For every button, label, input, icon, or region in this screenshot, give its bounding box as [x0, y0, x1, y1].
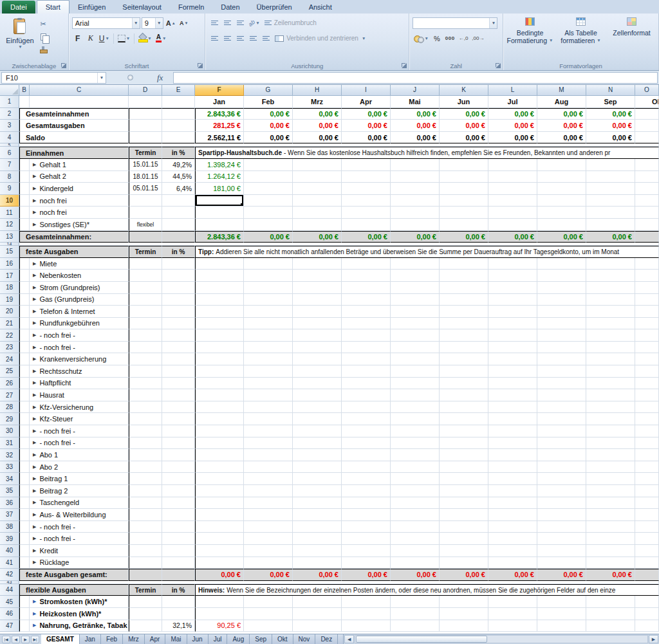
- cell[interactable]: [635, 282, 659, 294]
- cell[interactable]: [635, 108, 659, 120]
- align-center-button[interactable]: [221, 33, 233, 44]
- row-header-10[interactable]: 10: [0, 195, 19, 207]
- column-header-B[interactable]: B: [19, 85, 30, 96]
- cell[interactable]: [586, 353, 635, 365]
- cell[interactable]: [440, 318, 488, 330]
- cell[interactable]: [244, 219, 293, 231]
- cell[interactable]: [537, 545, 586, 557]
- align-middle-button[interactable]: [221, 17, 233, 29]
- cell[interactable]: [195, 342, 244, 354]
- cell[interactable]: [440, 509, 488, 521]
- cell[interactable]: [586, 401, 635, 414]
- cell[interactable]: [635, 353, 659, 365]
- cell[interactable]: [342, 425, 391, 437]
- cell[interactable]: ▶Nebenkosten: [30, 270, 129, 282]
- cell[interactable]: [488, 413, 537, 425]
- cell[interactable]: [244, 171, 293, 183]
- orientation-button[interactable]: ab▼: [247, 17, 261, 29]
- cell[interactable]: [537, 596, 586, 608]
- cell[interactable]: [635, 270, 659, 282]
- cell[interactable]: [129, 509, 162, 521]
- cell[interactable]: [19, 473, 30, 485]
- cell[interactable]: Feb: [244, 96, 293, 108]
- merge-center-button[interactable]: Verbinden und zentrieren ▼: [273, 35, 367, 42]
- cell[interactable]: [162, 401, 195, 414]
- cell[interactable]: [342, 183, 391, 195]
- cell[interactable]: [19, 365, 30, 378]
- cell[interactable]: [391, 461, 440, 474]
- decrease-indent-button[interactable]: [247, 33, 259, 44]
- cell[interactable]: [195, 258, 244, 270]
- cell[interactable]: [488, 318, 537, 330]
- cell[interactable]: [586, 378, 635, 390]
- cell[interactable]: [586, 545, 635, 557]
- cell[interactable]: ▶Beitrag 2: [30, 485, 129, 497]
- cell[interactable]: [293, 509, 342, 521]
- row-header-4[interactable]: 4: [0, 132, 19, 144]
- cell[interactable]: [586, 485, 635, 497]
- cell[interactable]: [635, 461, 659, 474]
- cell[interactable]: [342, 282, 391, 294]
- cell[interactable]: 49,2%: [162, 159, 195, 171]
- cell[interactable]: [162, 608, 195, 620]
- cell[interactable]: 1.264,12 €: [195, 171, 244, 183]
- cell[interactable]: [440, 159, 488, 171]
- cell[interactable]: [635, 545, 659, 557]
- cell[interactable]: 0,00 €: [391, 231, 440, 243]
- cell[interactable]: [129, 449, 162, 461]
- cell[interactable]: [440, 437, 488, 450]
- cell[interactable]: [586, 282, 635, 294]
- cell[interactable]: [586, 329, 635, 342]
- row-header-2[interactable]: 2: [0, 108, 19, 120]
- cell[interactable]: [635, 596, 659, 608]
- column-header-K[interactable]: K: [440, 85, 488, 96]
- cell[interactable]: [129, 389, 162, 401]
- row-header-19[interactable]: 19: [0, 294, 19, 306]
- cell[interactable]: [293, 195, 342, 207]
- cell[interactable]: [129, 231, 162, 243]
- cell[interactable]: 0,00 €: [342, 569, 391, 581]
- row-header-40[interactable]: 40: [0, 545, 19, 557]
- cell[interactable]: [635, 449, 659, 461]
- cell[interactable]: [586, 171, 635, 183]
- cell[interactable]: [440, 389, 488, 401]
- cell[interactable]: [440, 401, 488, 414]
- align-right-button[interactable]: [234, 33, 246, 44]
- cell[interactable]: [162, 195, 195, 207]
- cell[interactable]: [635, 195, 659, 207]
- cell[interactable]: ▶Gehalt 2: [30, 171, 129, 183]
- cell[interactable]: [635, 120, 659, 132]
- cell[interactable]: [537, 342, 586, 354]
- cell[interactable]: [129, 620, 162, 632]
- row-header-32[interactable]: 32: [0, 449, 19, 461]
- cell[interactable]: [129, 294, 162, 306]
- row-header-24[interactable]: 24: [0, 353, 19, 365]
- cell[interactable]: [244, 620, 293, 632]
- cell[interactable]: [537, 620, 586, 632]
- cell[interactable]: ▶Krankenversicherung: [30, 353, 129, 365]
- cell[interactable]: [586, 449, 635, 461]
- cell[interactable]: [488, 557, 537, 569]
- cell[interactable]: ▶Gas (Grundpreis): [30, 294, 129, 306]
- cell[interactable]: [488, 306, 537, 318]
- row-header-3[interactable]: 3: [0, 120, 19, 132]
- cell[interactable]: [244, 437, 293, 450]
- cell[interactable]: [19, 509, 30, 521]
- wrap-text-button[interactable]: Zeilenumbruch: [263, 19, 319, 26]
- cell[interactable]: [391, 545, 440, 557]
- cell[interactable]: 0,00 €: [342, 108, 391, 120]
- cell[interactable]: [162, 389, 195, 401]
- cell[interactable]: [635, 473, 659, 485]
- cell[interactable]: [342, 401, 391, 414]
- cell[interactable]: in %: [162, 147, 195, 159]
- cell[interactable]: [391, 258, 440, 270]
- cell[interactable]: [586, 219, 635, 231]
- sheet-tab-dez[interactable]: Dez: [315, 634, 338, 644]
- paste-button[interactable]: Einfügen ▼: [4, 17, 36, 59]
- cell[interactable]: [19, 449, 30, 461]
- cell[interactable]: [537, 294, 586, 306]
- cell[interactable]: [488, 485, 537, 497]
- cell[interactable]: [342, 306, 391, 318]
- cell[interactable]: [488, 159, 537, 171]
- cell[interactable]: [162, 557, 195, 569]
